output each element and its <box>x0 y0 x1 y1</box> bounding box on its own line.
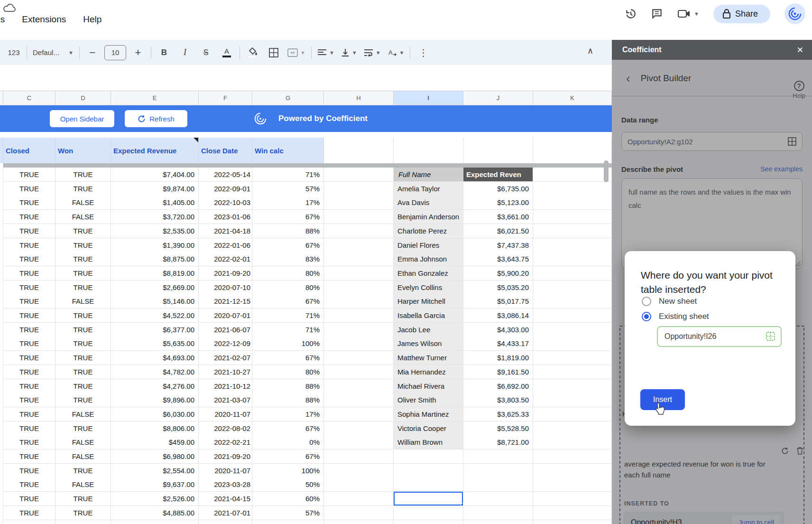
cell-won[interactable]: FALSE <box>55 407 111 421</box>
cell-won[interactable]: TRUE <box>55 252 111 266</box>
pivot-cell-expected-revenue[interactable]: $4,303.00 <box>463 323 533 337</box>
font-size-input[interactable]: 10 <box>104 45 126 60</box>
pivot-cell-full-name[interactable]: James Wilson <box>394 337 463 351</box>
cell-closed[interactable]: TRUE <box>3 421 55 436</box>
cell-empty[interactable] <box>324 224 394 238</box>
pivot-cell-expected-revenue[interactable]: $3,803.50 <box>463 393 533 407</box>
pivot-cell-full-name[interactable]: Benjamin Anderson <box>394 210 463 224</box>
cell-revenue[interactable]: $9,637.00 <box>111 477 199 492</box>
cell-empty[interactable] <box>324 238 394 253</box>
collapse-toolbar-button[interactable]: ∧ <box>587 46 593 56</box>
cell-win-calc[interactable]: 83% <box>252 252 324 266</box>
pivot-cell-expected-revenue[interactable]: $5,035.20 <box>463 281 533 295</box>
cell-revenue[interactable]: $4,885.00 <box>111 506 199 520</box>
cell-empty[interactable] <box>533 379 612 393</box>
cell-revenue[interactable]: $8,819.00 <box>111 266 199 281</box>
menu-item-help[interactable]: Help <box>83 14 102 25</box>
cell-empty[interactable] <box>533 196 612 210</box>
header-cell-expected_revenue[interactable]: Expected Revenue <box>111 138 199 163</box>
cell-close-date[interactable]: 2022-10-03 <box>199 196 252 210</box>
pivot-cell-expected-revenue[interactable]: $6,692.00 <box>463 379 533 393</box>
radio-selected-icon[interactable] <box>642 312 651 321</box>
cell-empty[interactable] <box>533 464 612 478</box>
cell-closed[interactable]: TRUE <box>3 365 55 379</box>
bold-button[interactable]: B <box>157 45 171 61</box>
cell-close-date[interactable]: 2023-03-28 <box>199 477 252 492</box>
column-header-H[interactable]: H <box>324 91 394 105</box>
pivot-cell-full-name[interactable]: Daniel Flores <box>394 238 463 253</box>
cell-closed[interactable]: TRUE <box>3 210 55 224</box>
cell-won[interactable]: TRUE <box>55 506 111 520</box>
cell-closed[interactable]: TRUE <box>3 492 55 506</box>
cell-revenue[interactable]: $5,146.00 <box>111 294 199 309</box>
cell-revenue[interactable]: $2,554.00 <box>111 464 199 478</box>
destination-picker-grid-icon[interactable] <box>766 332 775 341</box>
text-rotation-button[interactable]: A ▼ <box>388 45 405 61</box>
cell-closed[interactable]: TRUE <box>3 379 55 393</box>
cell-won[interactable]: TRUE <box>55 281 111 295</box>
cell-close-date[interactable]: 2022-05-14 <box>199 168 252 182</box>
cell-closed[interactable]: TRUE <box>3 435 55 449</box>
cell-won[interactable]: TRUE <box>55 182 111 196</box>
cell-empty[interactable] <box>324 435 394 449</box>
cell-empty[interactable] <box>324 351 394 365</box>
cell-close-date[interactable]: 2020-07-01 <box>199 309 252 323</box>
cell-empty[interactable] <box>533 407 612 421</box>
cell-empty[interactable] <box>463 449 533 464</box>
cell-close-date[interactable]: 2023-01-06 <box>199 210 252 224</box>
pivot-cell-expected-revenue[interactable]: $5,017.75 <box>463 294 533 309</box>
cell-won[interactable]: TRUE <box>55 464 111 478</box>
cell-empty[interactable] <box>324 210 394 224</box>
cell-revenue[interactable]: $6,377.00 <box>111 323 199 337</box>
column-header-G[interactable]: G <box>252 91 324 105</box>
cell-closed[interactable]: TRUE <box>3 196 55 210</box>
pivot-cell-full-name[interactable]: Ethan Gonzalez <box>394 266 463 281</box>
cell-closed[interactable]: TRUE <box>3 168 55 182</box>
borders-button[interactable] <box>267 45 281 61</box>
column-header-J[interactable]: J <box>463 91 533 105</box>
cell-win-calc[interactable]: 67% <box>252 294 324 309</box>
cell-revenue[interactable]: $1,405.00 <box>111 196 199 210</box>
cell-closed[interactable]: TRUE <box>3 449 55 464</box>
cell-won[interactable]: FALSE <box>55 294 111 309</box>
cell-close-date[interactable]: 2022-04-29 <box>199 520 252 524</box>
cell-empty[interactable] <box>324 294 394 309</box>
cell-win-calc[interactable]: 71% <box>252 323 324 337</box>
column-header-E[interactable]: E <box>111 91 199 105</box>
cell-closed[interactable]: TRUE <box>3 323 55 337</box>
cell-revenue[interactable]: $1,390.00 <box>111 238 199 253</box>
pivot-cell-full-name[interactable]: Amelia Taylor <box>394 182 463 196</box>
cell-revenue[interactable]: $3,720.00 <box>111 210 199 224</box>
cell-empty[interactable] <box>533 294 612 309</box>
pivot-cell-expected-revenue[interactable]: $6,735.00 <box>463 182 533 196</box>
cell-won[interactable]: FALSE <box>55 196 111 210</box>
cell-revenue[interactable]: $4,276.00 <box>111 379 199 393</box>
cell-revenue[interactable]: $6,030.00 <box>111 407 199 421</box>
pivot-header-expected-revenue[interactable]: Expected Reven <box>463 168 533 182</box>
cell-empty[interactable] <box>394 464 463 478</box>
share-button[interactable]: Share <box>713 5 770 23</box>
cell-close-date[interactable]: 2021-02-07 <box>199 351 252 365</box>
cell-empty[interactable] <box>324 407 394 421</box>
cell-empty[interactable] <box>533 323 612 337</box>
cell-win-calc[interactable]: 60% <box>252 492 324 506</box>
cell-win-calc[interactable]: 80% <box>252 365 324 379</box>
cell-close-date[interactable]: 2022-02-21 <box>199 435 252 449</box>
fill-color-button[interactable] <box>246 45 260 61</box>
cell-win-calc[interactable]: 50% <box>252 477 324 492</box>
pivot-cell-full-name[interactable]: Jacob Lee <box>394 323 463 337</box>
cell-closed[interactable]: TRUE <box>3 506 55 520</box>
pivot-cell-expected-revenue[interactable]: $3,643.75 <box>463 252 533 266</box>
cell-won[interactable]: TRUE <box>55 337 111 351</box>
cell-close-date[interactable]: 2021-10-27 <box>199 365 252 379</box>
cell-close-date[interactable]: 2022-12-09 <box>199 337 252 351</box>
cell-empty[interactable] <box>394 520 463 524</box>
header-cell-closed[interactable]: Closed <box>3 138 55 163</box>
cell-revenue[interactable]: $7,404.00 <box>111 168 199 182</box>
open-sidebar-button[interactable]: Open Sidebar <box>50 110 114 127</box>
cell-won[interactable]: FALSE <box>55 520 111 524</box>
cell-empty[interactable] <box>533 168 612 182</box>
cell-won[interactable]: TRUE <box>55 266 111 281</box>
cell-win-calc[interactable]: 67% <box>252 421 324 436</box>
pivot-cell-expected-revenue[interactable]: $3,086.14 <box>463 309 533 323</box>
